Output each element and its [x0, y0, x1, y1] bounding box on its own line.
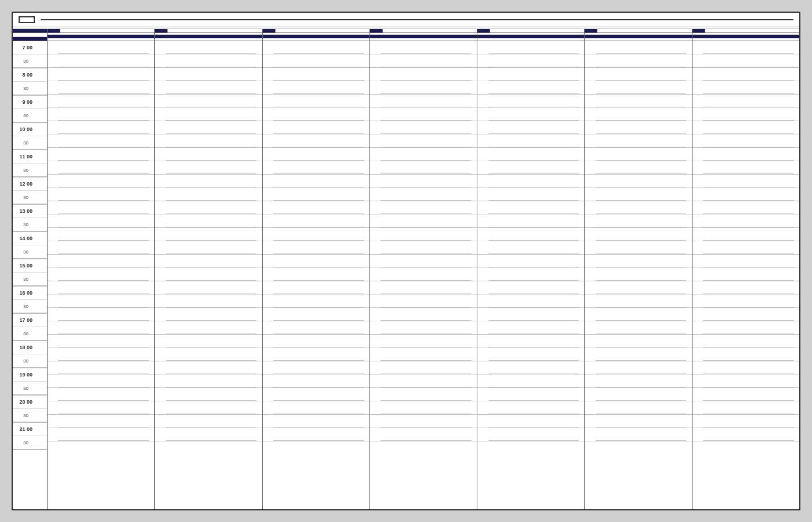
day-cell-hour[interactable] [477, 175, 584, 188]
day-cell-hour[interactable] [693, 121, 799, 135]
day-cell-hour[interactable] [477, 148, 584, 161]
day-cell-hour[interactable] [48, 415, 154, 428]
day-cell-half[interactable] [477, 55, 584, 68]
day-cell-half[interactable] [263, 188, 369, 201]
day-cell-hour[interactable] [693, 228, 799, 241]
day-cell-half[interactable] [477, 108, 584, 121]
day-cell-half[interactable] [693, 268, 799, 281]
day-cell-hour[interactable] [370, 281, 477, 295]
day-cell-hour[interactable] [585, 388, 691, 401]
day-cell-hour[interactable] [370, 121, 477, 135]
day-cell-half[interactable] [155, 401, 262, 415]
day-cell-hour[interactable] [477, 308, 584, 321]
day-cell-half[interactable] [155, 295, 262, 308]
day-cell-hour[interactable] [48, 335, 154, 348]
day-cell-half[interactable] [693, 161, 799, 175]
day-cell-half[interactable] [48, 375, 154, 388]
day-cell-hour[interactable] [693, 255, 799, 268]
day-cell-half[interactable] [48, 295, 154, 308]
day-cell-hour[interactable] [693, 148, 799, 161]
day-cell-hour[interactable] [370, 41, 477, 55]
day-cell-half[interactable] [48, 241, 154, 255]
day-cell-half[interactable] [263, 401, 369, 415]
day-cell-hour[interactable] [585, 335, 691, 348]
day-cell-hour[interactable] [155, 95, 262, 108]
day-cell-half[interactable] [477, 348, 584, 361]
day-cell-hour[interactable] [48, 228, 154, 241]
day-cell-half[interactable] [48, 268, 154, 281]
day-cell-hour[interactable] [693, 41, 799, 55]
day-cell-half[interactable] [585, 135, 691, 148]
day-cell-hour[interactable] [585, 121, 691, 135]
day-cell-hour[interactable] [263, 68, 369, 81]
day-cell-half[interactable] [585, 161, 691, 175]
day-cell-half[interactable] [48, 81, 154, 95]
day-cell-half[interactable] [370, 135, 477, 148]
day-cell-hour[interactable] [693, 388, 799, 401]
day-cell-hour[interactable] [585, 68, 691, 81]
day-cell-hour[interactable] [155, 121, 262, 135]
day-cell-half[interactable] [585, 81, 691, 95]
day-cell-hour[interactable] [477, 255, 584, 268]
day-cell-hour[interactable] [693, 201, 799, 215]
day-cell-half[interactable] [48, 161, 154, 175]
day-cell-hour[interactable] [48, 41, 154, 55]
day-cell-half[interactable] [693, 401, 799, 415]
day-cell-half[interactable] [48, 428, 154, 441]
day-cell-half[interactable] [370, 161, 477, 175]
day-cell-hour[interactable] [477, 388, 584, 401]
day-cell-hour[interactable] [48, 201, 154, 215]
day-cell-half[interactable] [693, 375, 799, 388]
day-cell-half[interactable] [155, 55, 262, 68]
day-cell-hour[interactable] [155, 228, 262, 241]
day-cell-hour[interactable] [263, 121, 369, 135]
day-cell-half[interactable] [693, 241, 799, 255]
day-cell-hour[interactable] [370, 308, 477, 321]
day-cell-hour[interactable] [263, 255, 369, 268]
day-cell-hour[interactable] [263, 415, 369, 428]
day-cell-half[interactable] [693, 348, 799, 361]
day-cell-hour[interactable] [477, 228, 584, 241]
day-cell-half[interactable] [155, 321, 262, 335]
day-cell-half[interactable] [155, 268, 262, 281]
day-cell-hour[interactable] [263, 201, 369, 215]
day-cell-hour[interactable] [155, 308, 262, 321]
day-cell-hour[interactable] [155, 388, 262, 401]
day-cell-hour[interactable] [477, 201, 584, 215]
day-cell-half[interactable] [693, 428, 799, 441]
day-cell-hour[interactable] [263, 361, 369, 375]
day-cell-hour[interactable] [477, 335, 584, 348]
day-cell-hour[interactable] [155, 148, 262, 161]
day-cell-half[interactable] [155, 81, 262, 95]
day-cell-half[interactable] [48, 135, 154, 148]
day-cell-half[interactable] [477, 241, 584, 255]
day-cell-hour[interactable] [263, 308, 369, 321]
day-cell-hour[interactable] [585, 148, 691, 161]
day-cell-half[interactable] [48, 55, 154, 68]
day-cell-hour[interactable] [585, 95, 691, 108]
day-cell-half[interactable] [693, 55, 799, 68]
day-cell-hour[interactable] [370, 148, 477, 161]
day-cell-half[interactable] [693, 321, 799, 335]
day-cell-half[interactable] [370, 348, 477, 361]
day-cell-half[interactable] [370, 295, 477, 308]
day-cell-half[interactable] [585, 295, 691, 308]
day-cell-hour[interactable] [585, 41, 691, 55]
day-cell-half[interactable] [477, 321, 584, 335]
day-cell-hour[interactable] [370, 415, 477, 428]
day-cell-hour[interactable] [263, 281, 369, 295]
day-cell-half[interactable] [693, 81, 799, 95]
day-cell-half[interactable] [693, 215, 799, 228]
day-cell-half[interactable] [370, 108, 477, 121]
day-cell-hour[interactable] [477, 68, 584, 81]
day-cell-hour[interactable] [693, 68, 799, 81]
day-cell-half[interactable] [155, 375, 262, 388]
day-cell-half[interactable] [263, 135, 369, 148]
day-cell-half[interactable] [585, 108, 691, 121]
day-cell-hour[interactable] [477, 41, 584, 55]
day-cell-hour[interactable] [370, 201, 477, 215]
day-cell-half[interactable] [477, 428, 584, 441]
day-cell-hour[interactable] [477, 361, 584, 375]
day-cell-half[interactable] [263, 161, 369, 175]
day-cell-half[interactable] [370, 428, 477, 441]
